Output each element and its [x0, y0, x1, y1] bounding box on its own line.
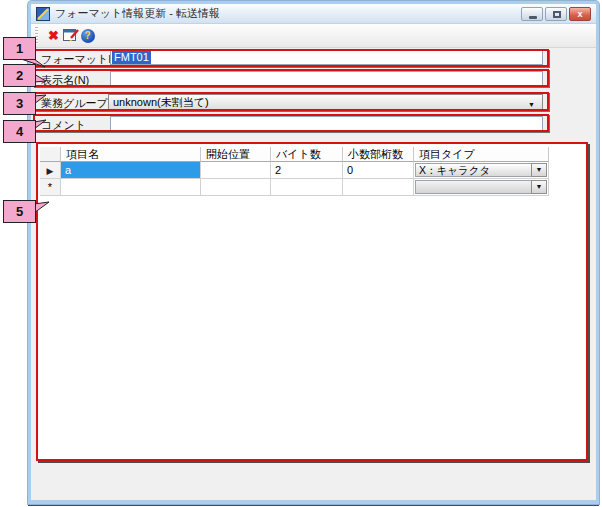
cell-byte-count[interactable] [271, 179, 343, 196]
column-header-decimal-digits[interactable]: 小数部桁数 [343, 147, 414, 162]
item-type-combo-button[interactable]: ▼ [531, 180, 547, 194]
delete-icon[interactable]: ✖ [45, 28, 62, 43]
app-icon [36, 7, 50, 21]
cell-decimal-digits[interactable]: 0 [343, 162, 414, 179]
callout-4: 4 [3, 120, 36, 143]
toolbar: ✖ ? [31, 24, 596, 48]
column-header-item-type[interactable]: 項目タイプ [414, 147, 549, 162]
maximize-icon [553, 11, 561, 18]
row-selector-new[interactable]: * [40, 179, 61, 196]
window-controls: x [521, 7, 591, 21]
grid-row-1: ▶ a 2 0 X：キャラクタ ▼ [40, 162, 549, 179]
callout-2: 2 [3, 64, 36, 87]
item-type-combo[interactable]: X：キャラクタ [415, 163, 547, 177]
minimize-icon [529, 16, 537, 19]
cell-byte-count[interactable]: 2 [271, 162, 343, 179]
callout-5-pointer [34, 201, 50, 214]
register-icon-glyph [63, 28, 79, 43]
help-button[interactable]: ? [79, 28, 96, 44]
row-selector-current[interactable]: ▶ [40, 162, 61, 179]
item-type-combo-button[interactable]: ▼ [531, 163, 547, 177]
item-type-combo[interactable] [415, 180, 547, 194]
new-row-icon: * [48, 181, 52, 193]
register-icon[interactable] [62, 28, 79, 44]
format-id-value-selected: FMT01 [112, 51, 151, 64]
format-id-label: フォーマットID [41, 52, 119, 67]
display-name-input[interactable] [110, 71, 543, 86]
minimize-button[interactable] [521, 7, 543, 21]
cell-decimal-digits[interactable] [343, 179, 414, 196]
cell-item-type: ▼ [414, 179, 549, 196]
current-row-icon: ▶ [47, 166, 54, 176]
column-header-byte-count[interactable]: バイト数 [271, 147, 343, 162]
grid-header-row: 項目名 開始位置 バイト数 小数部桁数 項目タイプ [40, 147, 549, 162]
callout-5: 5 [3, 200, 36, 223]
items-grid: 項目名 開始位置 バイト数 小数部桁数 項目タイプ ▶ a 2 0 X：キャラク… [40, 147, 549, 196]
comment-input[interactable] [110, 116, 543, 131]
cell-item-name[interactable]: a [61, 162, 201, 179]
help-icon: ? [81, 29, 95, 43]
callout-3: 3 [3, 92, 36, 115]
business-group-dropdown[interactable]: unknown(未割当て) ▼ [108, 94, 543, 110]
cell-item-name[interactable] [61, 179, 201, 196]
grid-row-new: * ▼ [40, 179, 549, 196]
chevron-down-icon: ▼ [536, 166, 543, 173]
close-icon: x [577, 9, 582, 19]
column-header-start-position[interactable]: 開始位置 [201, 147, 271, 162]
cell-start-position[interactable] [201, 162, 271, 179]
close-button[interactable]: x [569, 7, 591, 21]
business-group-value: unknown(未割当て) [113, 96, 209, 108]
maximize-button[interactable] [545, 7, 567, 21]
chevron-down-icon: ▼ [536, 183, 543, 190]
cell-start-position[interactable] [201, 179, 271, 196]
display-name-label: 表示名(N) [41, 73, 89, 88]
callout-1: 1 [3, 37, 36, 60]
cell-item-type: X：キャラクタ ▼ [414, 162, 549, 179]
column-header-item-name[interactable]: 項目名 [61, 147, 201, 162]
comment-label: コメント [41, 118, 86, 133]
window-title: フォーマット情報更新 - 転送情報 [55, 6, 220, 21]
chevron-down-icon: ▼ [528, 98, 535, 110]
grid-corner-cell [40, 147, 61, 162]
screenshot-canvas: フォーマット情報更新 - 転送情報 x ✖ ? [0, 0, 602, 507]
title-bar[interactable]: フォーマット情報更新 - 転送情報 x [31, 4, 596, 24]
format-id-input[interactable]: FMT01 [110, 50, 543, 65]
